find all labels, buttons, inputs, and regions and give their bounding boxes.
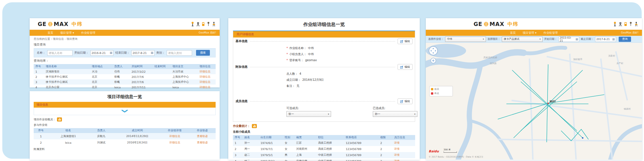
required-mark: * <box>286 53 288 56</box>
nav-item-project-mgmt[interactable]: 项目管理 ▾ <box>60 31 74 35</box>
cell-name: 孙一 <box>243 140 259 146</box>
map-viewport[interactable]: 高家港跨线桥 连兴路 加好超市 清泉村 水产村 钱家村 测试1 起点 终点 Ba… <box>426 43 642 160</box>
project-detail-link[interactable]: 详细信息 <box>198 85 216 90</box>
track-start-marker[interactable] <box>547 102 549 104</box>
cell-project-name: 徕卡技术中心测试 <box>44 79 90 85</box>
name-input[interactable] <box>47 50 73 56</box>
col-header: 员工信息 <box>392 135 415 140</box>
calendar-icon[interactable]: ▦ <box>151 51 153 54</box>
cell-location: 北京 <box>90 74 113 79</box>
member-row: 2 周一 1976/7/1 女 河南郑州 高级工程师 123456789 2 详… <box>233 146 415 152</box>
cell-gender: 女 <box>283 140 295 146</box>
field-group-leader: * 小组负责人： 中纬 <box>233 51 415 57</box>
view-track-link[interactable]: 查看轨迹 <box>189 139 216 146</box>
search-button[interactable]: 搜索 <box>196 50 210 56</box>
field-label: 成立日期： <box>286 78 301 82</box>
cell-phone: 123456789 <box>344 158 379 161</box>
edit-members-button[interactable]: 编辑 <box>398 98 413 104</box>
col-header: 序号 <box>233 135 243 140</box>
stats-chart-button[interactable] <box>57 117 62 121</box>
type-input[interactable] <box>167 50 192 56</box>
cell-start-time: 2017/7/6 <box>130 79 153 85</box>
field-founded-date: 成立日期： 2014年12月9日 <box>233 77 415 83</box>
current-members-label: 当前小组成员 <box>233 130 415 134</box>
start-date-label: 开始日期： <box>74 51 89 55</box>
query-button[interactable]: 查询 <box>619 37 631 42</box>
project-detail-link[interactable]: 详细信息 <box>198 69 216 74</box>
col-header: 结束时间 <box>153 64 171 69</box>
prism-pole-icon <box>206 22 210 27</box>
cell-leader: 庆毅凡 <box>88 133 114 139</box>
cell-owner: 徐飚 <box>113 79 130 85</box>
field-remark: 备注： 无 <box>233 83 415 89</box>
col-header: 序号 <box>34 64 44 69</box>
end-date-value: 2017-8-21 <box>596 38 611 41</box>
cell-hometown: 江苏 <box>295 140 316 146</box>
edit-basic-button[interactable]: 编辑 <box>398 38 413 44</box>
col-header: 性别 <box>283 135 295 140</box>
nav-item-workgroup-mgmt[interactable]: 作业组管理 <box>81 31 95 35</box>
data-controller-icon <box>202 22 205 27</box>
start-date-label: 开始日期： <box>544 37 557 41</box>
canvas-background: GE MAX 中纬 首页 项目管理 ▾ 作业组管理 GeoMax 您好! 您当前… <box>2 2 642 159</box>
cell-birthdate: 1981/7/23 <box>259 158 283 161</box>
map-land <box>426 43 642 160</box>
calendar-icon[interactable]: ▦ <box>612 38 615 41</box>
col-header: 负责人 <box>88 128 114 133</box>
field-value: 中纬 <box>308 46 314 50</box>
cell-end-time <box>153 85 171 90</box>
start-date-field[interactable]: 2016-8-21 ▦ <box>90 50 113 56</box>
table-header-row: 序号 项目名称 项目地点 负责人 开始时间 结束时间 项目业主 项目信息 <box>34 64 216 69</box>
instrument-icons <box>613 22 639 27</box>
logo-text-cn: 中纬 <box>508 21 518 27</box>
project-detail-link[interactable]: 详细信息 <box>198 79 216 85</box>
view-track-link[interactable]: 查看轨迹 <box>189 133 216 139</box>
selected-members-select[interactable]: 孙一 ▾ <box>373 111 417 117</box>
col-header: 作业轨迹 <box>189 128 216 133</box>
map-pan-control[interactable] <box>429 46 438 55</box>
cell-index: 2 <box>233 146 243 152</box>
employee-detail-link[interactable]: 详情 <box>392 146 415 152</box>
end-marker-icon <box>431 92 433 95</box>
available-members-select[interactable]: 张一 ▾ <box>286 111 331 117</box>
col-header: 联系电话 <box>344 135 379 140</box>
project-detail-link[interactable]: 详细信息 <box>198 74 216 79</box>
nav-item-workgroup-mgmt[interactable]: 作业组管理 <box>544 31 558 35</box>
cell-position: 中级工程师 <box>316 152 344 158</box>
panel-project-list: GE MAX 中纬 首页 项目管理 ▾ 作业组管理 GeoMax 您好! 您当前… <box>30 18 220 87</box>
map-zoom-control[interactable] <box>431 58 436 63</box>
end-date-field[interactable]: 2017-8-21 ▦ <box>595 37 616 42</box>
cell-index: 3 <box>34 79 44 85</box>
nav-item-home[interactable]: 首页 <box>48 31 53 35</box>
field-member-count: 总人数： 4 <box>233 71 415 77</box>
nav-item-home[interactable]: 首页 <box>510 31 516 35</box>
group-select[interactable]: 中纬 ▾ <box>445 37 486 42</box>
group-detail-link[interactable]: 详细信息 <box>160 133 189 139</box>
employee-detail-link[interactable]: 详情 <box>392 152 415 158</box>
calendar-icon[interactable]: ▦ <box>575 38 578 41</box>
nav-item-project-mgmt[interactable]: 项目管理 ▾ <box>523 31 536 35</box>
member-row: 4 钱二 1981/7/23 女 安徽合肥 中级工程师 123456789 2 … <box>233 158 415 161</box>
edit-extra-button[interactable]: 编辑 <box>398 64 413 70</box>
nav-user-greeting: GeoMax 您好! <box>621 31 639 35</box>
cell-gender: 男 <box>283 152 295 158</box>
employee-detail-link[interactable]: 详情 <box>392 140 415 146</box>
calendar-icon[interactable]: ▦ <box>110 51 112 54</box>
project-row: 1 滨湖路项目 大冶 任伟 2017/3/22 大冶市政 详细信息 <box>34 69 216 74</box>
project-select[interactable]: 徕卡产品测试 ▾ <box>502 37 543 42</box>
cell-birthdate: 1976/7/1 <box>259 146 283 152</box>
col-header: 出生日期 <box>259 135 283 140</box>
caret-down-icon: ▾ <box>539 38 541 40</box>
collapse-toggle[interactable] <box>34 108 216 115</box>
track-end-marker[interactable] <box>582 137 583 138</box>
group-detail-link[interactable]: 详细信息 <box>160 139 189 146</box>
project-select-label: 选择项目： <box>487 37 500 41</box>
workload-stats-button[interactable] <box>252 124 257 128</box>
logo-text-max: MAX <box>490 21 504 27</box>
type-label: 类别： <box>156 51 165 55</box>
employee-detail-link[interactable]: 详情 <box>392 158 415 161</box>
member-selects-row: 可选成员: 张一 ▾ 已选成员: 孙一 ▾ <box>233 106 415 117</box>
start-date-field[interactable]: 2015-03-21 ▦ <box>558 37 579 42</box>
scale-label: 200 米 <box>444 148 451 151</box>
end-date-field[interactable]: 2017-8-21 ▦ <box>131 50 154 56</box>
